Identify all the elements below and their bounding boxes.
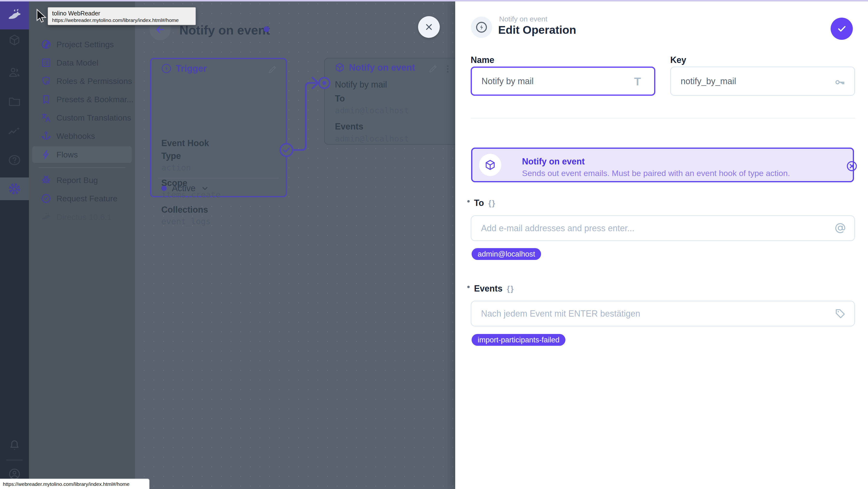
interpolation-icon[interactable]: {} xyxy=(488,199,496,208)
banner-title: Notify on event xyxy=(522,156,585,166)
browser-status-bar: https://webreader.mytolino.com/library/i… xyxy=(0,479,150,489)
notifications-bell-icon[interactable] xyxy=(0,433,29,457)
module-content-icon[interactable] xyxy=(0,28,29,52)
edit-trigger-icon[interactable] xyxy=(268,64,278,74)
flow-status-dot xyxy=(264,26,269,32)
banner-description: Sends out event emails. Must be paired w… xyxy=(522,169,790,178)
operation-name: Notify by mail xyxy=(335,80,387,90)
at-email-icon xyxy=(834,222,846,234)
trigger-card[interactable]: Trigger Event Hook Type action Scope ite… xyxy=(150,58,287,197)
key-field-label: Key xyxy=(670,55,686,65)
to-chip[interactable]: admin@localhost xyxy=(472,248,541,260)
tooltip-title: tolino WebReader xyxy=(52,10,191,17)
operation-card[interactable]: Notify on event Notify by mail To admin@… xyxy=(324,58,459,145)
trigger-row-label: Type xyxy=(161,151,181,161)
settings-nav-panel: Project Settings Data Model Roles & Perm… xyxy=(29,1,135,489)
top-accent-strip xyxy=(0,0,868,1)
events-field-label: Events xyxy=(474,283,502,294)
trigger-card-title: Trigger xyxy=(176,63,207,74)
key-icon xyxy=(834,76,846,88)
bolt-circle-icon xyxy=(475,21,488,34)
key-input[interactable] xyxy=(670,66,855,96)
anchor-icon xyxy=(40,130,52,142)
nav-item-webhooks[interactable]: Webhooks xyxy=(32,128,132,144)
operation-type-icon-circle xyxy=(471,17,492,38)
nav-label: Report Bug xyxy=(56,176,98,185)
chevron-down-icon xyxy=(201,184,209,192)
title-formatter-icon[interactable]: T xyxy=(634,75,641,88)
nav-item-presets-bookmarks[interactable]: Presets & Bookmar... xyxy=(32,91,132,108)
divider xyxy=(6,460,23,461)
drawer-title: Edit Operation xyxy=(498,23,576,36)
nav-item-flows[interactable]: Flows xyxy=(32,146,132,163)
bookmark-icon xyxy=(40,94,52,105)
trigger-status[interactable]: Active xyxy=(161,183,209,193)
nav-item-roles-permissions[interactable]: Roles & Permissions xyxy=(32,73,132,89)
globe-icon xyxy=(40,39,52,50)
bolt-icon xyxy=(40,149,52,160)
module-insights-icon[interactable] xyxy=(0,120,29,143)
nav-label: Request Feature xyxy=(56,194,117,203)
version-label: Directus 10.6.1 xyxy=(56,212,112,222)
cube-icon xyxy=(484,159,496,171)
nav-label: Roles & Permissions xyxy=(56,77,132,86)
events-input[interactable] xyxy=(471,301,855,327)
banner-cube-circle xyxy=(479,154,501,176)
nav-item-project-settings[interactable]: Project Settings xyxy=(32,36,132,53)
trigger-status-label: Active xyxy=(172,183,195,193)
name-field-label: Name xyxy=(471,55,494,65)
nav-item-request-feature[interactable]: Request Feature xyxy=(32,190,132,207)
nav-label: Project Settings xyxy=(56,40,114,49)
divider xyxy=(471,118,855,118)
deselect-operation-icon[interactable] xyxy=(845,160,858,173)
module-users-icon[interactable] xyxy=(0,61,29,84)
operation-type-banner: Notify on event Sends out event emails. … xyxy=(471,148,854,182)
nav-item-report-bug[interactable]: Report Bug xyxy=(32,172,132,188)
mouse-cursor xyxy=(35,9,48,24)
divider xyxy=(38,167,125,168)
trigger-row-value: event_logs xyxy=(161,217,211,226)
nav-item-data-model[interactable]: Data Model xyxy=(32,55,132,71)
trigger-bolt-icon xyxy=(161,63,172,74)
directus-logo[interactable] xyxy=(0,1,29,29)
operation-card-title: Notify on event xyxy=(349,62,415,73)
events-chip[interactable]: import-participants-failed xyxy=(472,334,565,346)
rabbit-icon xyxy=(40,211,52,222)
arrow-left-icon xyxy=(155,24,166,35)
flow-title: Notify on event xyxy=(179,23,270,37)
kebab-menu-icon[interactable] xyxy=(443,64,453,74)
to-input[interactable] xyxy=(471,215,855,241)
save-button[interactable] xyxy=(831,18,853,40)
bug-icon xyxy=(40,175,52,186)
trigger-row-label: Event Hook xyxy=(161,138,209,148)
trigger-row-label: Collections xyxy=(161,205,208,215)
cube-icon xyxy=(334,62,345,73)
interpolation-icon[interactable]: {} xyxy=(507,284,514,293)
shield-person-icon xyxy=(40,75,52,87)
name-input[interactable] xyxy=(471,66,655,96)
module-files-icon[interactable] xyxy=(0,90,29,113)
close-drawer-button[interactable] xyxy=(418,16,440,38)
edit-operation-drawer: Notify on event Edit Operation Name Key … xyxy=(455,1,868,489)
browser-tooltip: tolino WebReader https://webreader.mytol… xyxy=(48,7,196,25)
nav-label: Presets & Bookmar... xyxy=(56,95,133,104)
verified-badge-icon xyxy=(40,193,52,204)
operation-row-value: admin@localhost xyxy=(335,134,409,144)
nav-label: Webhooks xyxy=(56,131,95,141)
to-field-header: To {} xyxy=(467,198,496,208)
nav-item-version: Directus 10.6.1 xyxy=(32,209,132,225)
active-status-dot xyxy=(161,186,166,191)
nav-item-custom-translations[interactable]: Custom Translations xyxy=(32,110,132,126)
operation-row-label: To xyxy=(335,94,345,104)
module-bar xyxy=(0,0,29,489)
module-settings-icon[interactable] xyxy=(0,178,29,200)
check-icon xyxy=(836,23,847,34)
data-model-icon xyxy=(40,57,52,68)
required-dot xyxy=(467,200,470,203)
operation-row-value: admin@localhost xyxy=(335,105,409,115)
nav-label: Flows xyxy=(56,150,78,159)
rabbit-logo-icon xyxy=(6,7,23,24)
edit-operation-icon[interactable] xyxy=(428,64,438,74)
module-help-icon[interactable] xyxy=(0,149,29,172)
status-url: https://webreader.mytolino.com/library/i… xyxy=(3,481,129,487)
